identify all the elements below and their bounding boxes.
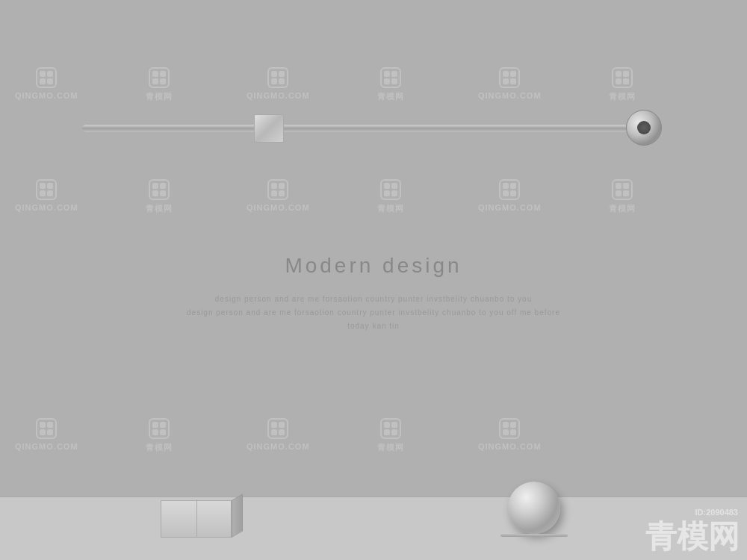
sphere [508, 482, 560, 534]
lamp-block [254, 114, 284, 143]
lamp-cylinder [626, 110, 662, 146]
lamp-track [82, 125, 627, 132]
content-area: Modern design design person and are me f… [187, 254, 560, 333]
box-object [161, 489, 243, 538]
box-main [161, 500, 232, 538]
subtitle-line-2: design person and are me forsaotion coun… [187, 306, 560, 333]
box-divider [196, 500, 197, 537]
lamp-assembly [75, 108, 665, 149]
floor [0, 497, 747, 560]
sphere-object [500, 482, 575, 541]
lamp-head [626, 110, 665, 149]
sphere-base [500, 534, 568, 537]
box-side [232, 494, 243, 538]
main-title: Modern design [187, 254, 560, 278]
subtitle-line-1: design person and are me forsaotion coun… [187, 293, 560, 306]
